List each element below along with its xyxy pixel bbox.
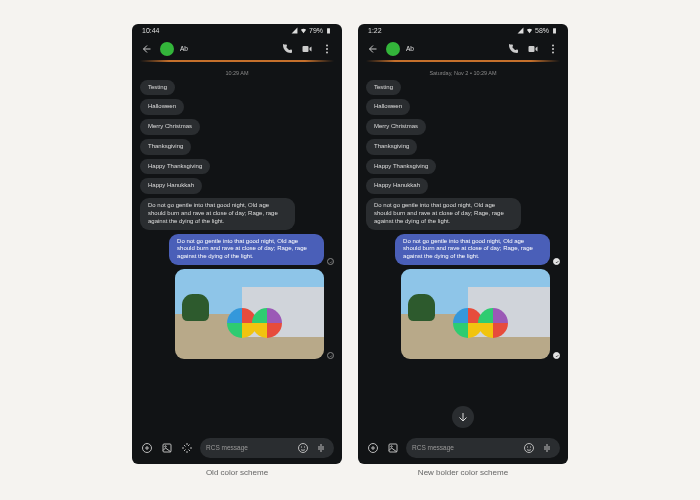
add-button[interactable] [140,441,154,455]
videocall-button[interactable] [300,42,314,56]
message-input[interactable]: RCS message [406,438,560,458]
add-button[interactable] [366,441,380,455]
message-incoming[interactable]: Merry Christmas [366,119,426,135]
svg-point-16 [552,44,554,46]
accent-strip [140,60,334,62]
avatar[interactable] [160,42,174,56]
message-list[interactable]: Testing Halloween Merry Christmas Thanks… [132,80,342,436]
emoji-button[interactable] [522,441,536,455]
svg-point-4 [326,51,328,53]
message-incoming[interactable]: Testing [140,80,175,96]
status-battery: 58% [535,27,549,34]
read-check-icon [553,258,560,265]
composer-bar: RCS message [132,436,342,464]
emoji-button[interactable] [296,441,310,455]
svg-point-23 [527,446,528,447]
more-button[interactable] [320,42,334,56]
svg-point-9 [301,446,302,447]
battery-icon [551,27,558,34]
message-incoming[interactable]: Happy Thanksgiving [140,159,210,175]
svg-point-3 [326,48,328,50]
message-list[interactable]: Testing Halloween Merry Christmas Thanks… [358,80,568,436]
delivered-check-icon [327,352,334,359]
back-button[interactable] [366,42,380,56]
svg-rect-27 [549,446,550,450]
magic-button[interactable] [180,441,194,455]
back-button[interactable] [140,42,154,56]
captions-row: Old color scheme New bolder color scheme [0,468,700,477]
message-incoming[interactable]: Do not go gentle into that good night, O… [366,198,521,229]
signal-icon [291,27,298,34]
svg-point-18 [552,51,554,53]
accent-strip [366,60,560,62]
conversation-header: Ab [358,38,568,60]
status-bar: 1:22 58% [358,24,568,38]
status-right: 79% [291,27,332,34]
message-outgoing[interactable]: Do not go gentle into that good night, O… [395,234,550,265]
svg-rect-11 [319,446,320,450]
composer-bar: RCS message [358,436,568,464]
status-bar: 10:44 79% [132,24,342,38]
conversation-header: Ab [132,38,342,60]
svg-rect-14 [553,28,556,33]
voice-button[interactable] [314,441,328,455]
read-check-icon [553,352,560,359]
timestamp: Saturday, Nov 2 • 10:29 AM [358,62,568,80]
contact-name[interactable]: Ab [180,45,188,52]
message-incoming[interactable]: Halloween [366,99,410,115]
message-incoming[interactable]: Merry Christmas [140,119,200,135]
contact-name[interactable]: Ab [406,45,414,52]
svg-rect-1 [303,46,309,52]
status-right: 58% [517,27,558,34]
image-attachment[interactable] [401,269,550,359]
gallery-button[interactable] [386,441,400,455]
svg-point-8 [299,443,308,452]
svg-rect-15 [529,46,535,52]
videocall-button[interactable] [526,42,540,56]
message-incoming[interactable]: Do not go gentle into that good night, O… [140,198,295,229]
svg-point-7 [165,445,167,447]
status-time: 10:44 [142,27,160,34]
delivered-check-icon [327,258,334,265]
svg-point-22 [525,443,534,452]
svg-rect-26 [547,444,548,452]
svg-point-2 [326,44,328,46]
status-battery: 79% [309,27,323,34]
message-outgoing[interactable]: Do not go gentle into that good night, O… [169,234,324,265]
avatar[interactable] [386,42,400,56]
signal-icon [517,27,524,34]
message-incoming[interactable]: Thanksgiving [366,139,417,155]
timestamp: 10:29 AM [132,62,342,80]
svg-point-24 [530,446,531,447]
more-button[interactable] [546,42,560,56]
phone-right-new-scheme: 1:22 58% Ab Saturday, Nov 2 • 10:29 AM T… [358,24,568,464]
phone-left-old-scheme: 10:44 79% Ab 10:29 AM Testing Halloween … [132,24,342,464]
message-incoming[interactable]: Happy Thanksgiving [366,159,436,175]
scroll-down-button[interactable] [452,406,474,428]
battery-icon [325,27,332,34]
message-incoming[interactable]: Happy Hanukkah [140,178,202,194]
svg-point-10 [304,446,305,447]
message-input[interactable]: RCS message [200,438,334,458]
svg-rect-12 [321,444,322,452]
svg-point-17 [552,48,554,50]
message-incoming[interactable]: Testing [366,80,401,96]
call-button[interactable] [506,42,520,56]
call-button[interactable] [280,42,294,56]
svg-rect-25 [545,446,546,450]
caption-left: Old color scheme [132,468,342,477]
message-incoming[interactable]: Halloween [140,99,184,115]
gallery-button[interactable] [160,441,174,455]
voice-button[interactable] [540,441,554,455]
svg-rect-13 [323,446,324,450]
message-incoming[interactable]: Happy Hanukkah [366,178,428,194]
image-attachment[interactable] [175,269,324,359]
caption-right: New bolder color scheme [358,468,568,477]
message-placeholder: RCS message [206,444,292,451]
message-placeholder: RCS message [412,444,518,451]
wifi-icon [526,27,533,34]
svg-point-21 [391,445,393,447]
message-incoming[interactable]: Thanksgiving [140,139,191,155]
status-time: 1:22 [368,27,382,34]
svg-rect-0 [327,28,330,33]
